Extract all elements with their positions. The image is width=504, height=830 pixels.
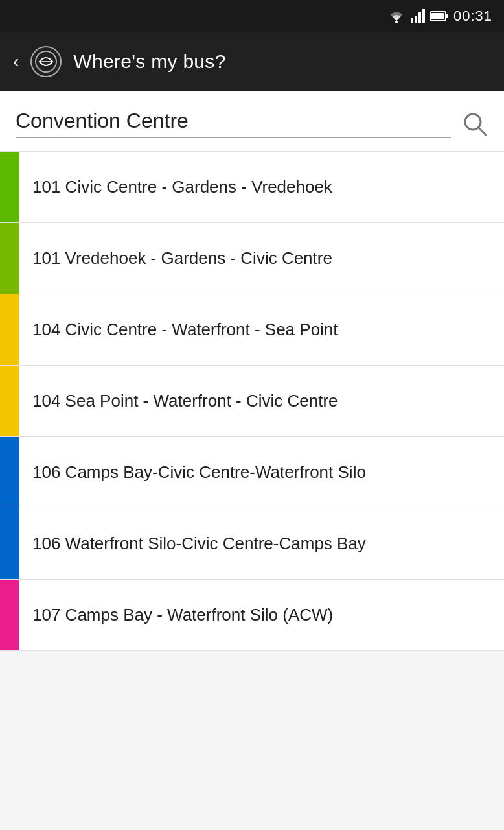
app-bar: ‹ Where's my bus? <box>0 32 504 91</box>
route-color-bar <box>0 366 19 436</box>
route-item[interactable]: 104 Sea Point - Waterfront - Civic Centr… <box>0 366 504 437</box>
svg-rect-2 <box>415 16 417 23</box>
search-input[interactable] <box>16 109 451 133</box>
route-color-bar <box>0 580 19 650</box>
svg-rect-3 <box>418 12 421 23</box>
search-input-wrapper <box>16 109 451 138</box>
route-color-bar <box>0 294 19 365</box>
svg-rect-6 <box>446 14 448 18</box>
route-label: 106 Waterfront Silo-Civic Centre-Camps B… <box>19 508 504 579</box>
wifi-icon <box>387 9 406 23</box>
route-label: 101 Civic Centre - Gardens - Vredehoek <box>19 152 504 222</box>
search-container <box>0 91 504 152</box>
status-time: 00:31 <box>453 8 492 25</box>
route-label: 104 Sea Point - Waterfront - Civic Centr… <box>19 366 504 436</box>
route-item[interactable]: 101 Civic Centre - Gardens - Vredehoek <box>0 152 504 223</box>
route-item[interactable]: 104 Civic Centre - Waterfront - Sea Poin… <box>0 294 504 366</box>
svg-point-0 <box>395 21 398 23</box>
route-label: 106 Camps Bay-Civic Centre-Waterfront Si… <box>19 437 504 508</box>
route-item[interactable]: 101 Vredehoek - Gardens - Civic Centre <box>0 223 504 294</box>
search-icon-button[interactable] <box>461 110 488 137</box>
svg-rect-1 <box>411 18 413 23</box>
battery-icon <box>430 10 448 22</box>
app-title: Where's my bus? <box>73 51 225 73</box>
status-icons: 00:31 <box>387 8 492 25</box>
svg-line-11 <box>479 128 486 135</box>
route-label: 101 Vredehoek - Gardens - Civic Centre <box>19 223 504 294</box>
route-item[interactable]: 106 Waterfront Silo-Civic Centre-Camps B… <box>0 508 504 580</box>
status-bar: 00:31 <box>0 0 504 32</box>
svg-rect-4 <box>422 9 425 23</box>
route-color-bar <box>0 508 19 579</box>
route-color-bar <box>0 152 19 222</box>
route-label: 104 Civic Centre - Waterfront - Sea Poin… <box>19 294 504 365</box>
route-label: 107 Camps Bay - Waterfront Silo (ACW) <box>19 580 504 650</box>
app-logo <box>30 46 62 77</box>
route-color-bar <box>0 223 19 294</box>
route-item[interactable]: 106 Camps Bay-Civic Centre-Waterfront Si… <box>0 437 504 508</box>
search-icon <box>461 110 488 137</box>
route-item[interactable]: 107 Camps Bay - Waterfront Silo (ACW) <box>0 580 504 651</box>
route-color-bar <box>0 437 19 508</box>
route-list: 101 Civic Centre - Gardens - Vredehoek10… <box>0 152 504 651</box>
signal-icon <box>411 9 425 23</box>
svg-rect-7 <box>431 13 444 19</box>
back-button[interactable]: ‹ <box>13 51 19 72</box>
